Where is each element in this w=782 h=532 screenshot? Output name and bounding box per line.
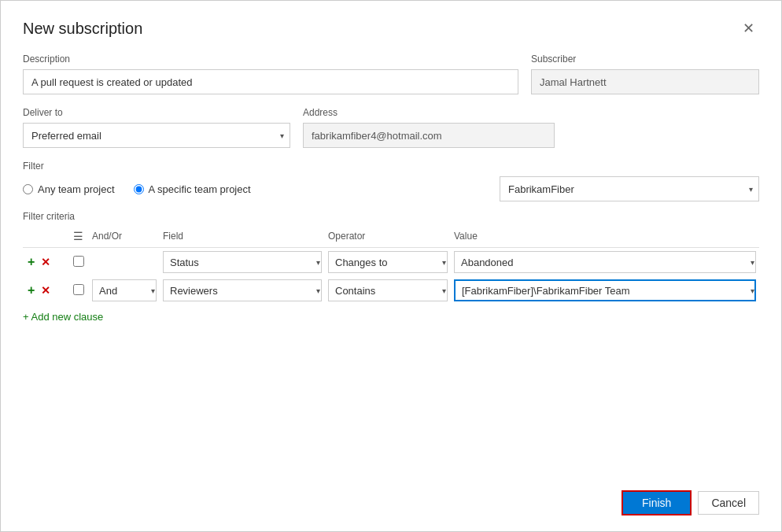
project-select[interactable]: FabrikamFiber AnotherProject (500, 176, 759, 201)
row2-field-cell: Status Repository Branch Reviewers ▾ (160, 276, 325, 305)
specific-team-project-radio[interactable] (134, 184, 144, 194)
col-field-header: Field (160, 227, 325, 248)
row1-value-cell: Abandoned Active Completed Rejected ▾ (451, 248, 759, 277)
subscriber-group: Subscriber (531, 54, 759, 94)
dialog-header: New subscription ✕ (23, 20, 759, 38)
address-input (303, 123, 555, 148)
deliver-to-label: Deliver to (23, 107, 290, 118)
any-team-project-option[interactable]: Any team project (23, 183, 115, 195)
filter-radio-group: Any team project A specific team project (23, 183, 251, 195)
row1-field-cell: Status Repository Branch Reviewers ▾ (160, 248, 325, 277)
criteria-header-row: ☰ And/Or Field Operator Value (23, 227, 759, 248)
col-value-header: Value (451, 227, 759, 248)
any-team-project-label: Any team project (38, 183, 115, 195)
row2-value-cell: [FabrikamFiber]\FabrikamFiber Team [Fabr… (451, 276, 759, 305)
col-operator-header: Operator (325, 227, 451, 248)
row1-delete-button[interactable]: ✕ (39, 256, 52, 268)
col-andor-header: And/Or (89, 227, 160, 248)
description-label: Description (23, 54, 518, 65)
row2-checkbox[interactable] (73, 284, 84, 295)
filter-criteria-section: Filter criteria ☰ And/Or Field Operator … (23, 211, 759, 326)
row1-actions: + ✕ (23, 248, 70, 277)
finish-button[interactable]: Finish (622, 490, 692, 515)
row2-actions: + ✕ (23, 276, 70, 305)
address-group: Address (303, 107, 555, 148)
col-actions-header (23, 227, 70, 248)
deliver-to-group: Deliver to Preferred email SOAP REST ▾ (23, 107, 290, 148)
dialog-footer: Finish Cancel (622, 490, 759, 515)
row2-delete-button[interactable]: ✕ (39, 284, 52, 297)
description-group: Description (23, 54, 518, 94)
description-subscriber-row: Description Subscriber (23, 54, 759, 94)
table-row: + ✕ Status Repository Branch (23, 248, 759, 277)
new-subscription-dialog: New subscription ✕ Description Subscribe… (0, 0, 782, 532)
subscriber-label: Subscriber (531, 54, 759, 65)
project-select-outer: FabrikamFiber AnotherProject ▾ (500, 176, 759, 201)
row1-field-select[interactable]: Status Repository Branch Reviewers (163, 251, 322, 273)
description-input[interactable] (23, 69, 518, 94)
row1-add-button[interactable]: + (26, 255, 36, 269)
address-label: Address (303, 107, 555, 118)
row2-operator-cell: Changes to Contains Equals ▾ (325, 276, 451, 305)
cancel-button[interactable]: Cancel (698, 491, 759, 515)
subscriber-input (531, 69, 759, 94)
project-select-wrapper: FabrikamFiber AnotherProject ▾ (500, 176, 759, 201)
deliver-address-row: Deliver to Preferred email SOAP REST ▾ A… (23, 107, 759, 148)
deliver-to-select[interactable]: Preferred email SOAP REST (23, 123, 290, 148)
row1-checkbox[interactable] (73, 256, 84, 267)
close-button[interactable]: ✕ (738, 20, 759, 37)
specific-team-project-label: A specific team project (149, 183, 251, 195)
row1-value-select[interactable]: Abandoned Active Completed Rejected (454, 251, 756, 273)
row2-field-select[interactable]: Status Repository Branch Reviewers (163, 279, 322, 301)
row2-check-cell (70, 276, 89, 305)
row1-andor-cell (89, 248, 160, 277)
specific-team-project-option[interactable]: A specific team project (134, 183, 251, 195)
row1-operator-select[interactable]: Changes to Contains Equals (328, 251, 448, 273)
col-check-header: ☰ (70, 227, 89, 248)
filter-options-row: Any team project A specific team project… (23, 176, 759, 201)
row2-andor-select[interactable]: And Or (92, 279, 157, 301)
deliver-to-select-wrapper: Preferred email SOAP REST ▾ (23, 123, 290, 148)
dialog-title: New subscription (23, 20, 142, 38)
row1-check-cell (70, 248, 89, 277)
row2-add-button[interactable]: + (26, 283, 36, 297)
criteria-table: ☰ And/Or Field Operator Value + ✕ (23, 227, 759, 305)
table-row: + ✕ And Or ▾ Sta (23, 276, 759, 305)
row2-value-select[interactable]: [FabrikamFiber]\FabrikamFiber Team [Fabr… (454, 279, 756, 301)
filter-criteria-label: Filter criteria (23, 211, 759, 222)
any-team-project-radio[interactable] (23, 184, 33, 194)
filter-label: Filter (23, 161, 759, 172)
row2-andor-cell: And Or ▾ (89, 276, 160, 305)
row2-operator-select[interactable]: Changes to Contains Equals (328, 279, 448, 301)
filter-section: Filter Any team project A specific team … (23, 161, 759, 201)
add-clause-label: + Add new clause (23, 311, 103, 323)
add-new-clause-button[interactable]: + Add new clause (23, 308, 103, 326)
row1-operator-cell: Changes to Contains Equals ▾ (325, 248, 451, 277)
